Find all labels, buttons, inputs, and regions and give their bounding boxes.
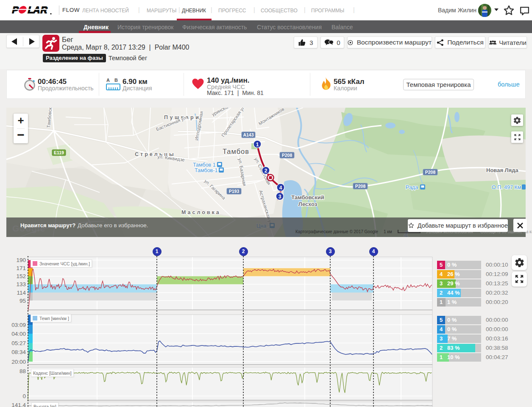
svg-text:Масловка: Масловка xyxy=(181,209,221,215)
svg-text:Тамбов 1: Тамбов 1 xyxy=(193,162,216,168)
svg-text:Тамбов-1: Тамбов-1 xyxy=(195,167,217,173)
svg-text:152: 152 xyxy=(16,273,26,279)
svg-text:133: 133 xyxy=(16,281,26,287)
svg-text:E119: E119 xyxy=(54,150,64,155)
svg-text:3: 3 xyxy=(279,194,281,200)
svg-text:190: 190 xyxy=(16,257,26,263)
svg-text:Тамбов: Тамбов xyxy=(223,148,249,155)
svg-text:03:09: 03:09 xyxy=(11,322,26,328)
svg-text:171: 171 xyxy=(16,265,26,271)
svg-text:114: 114 xyxy=(17,290,26,296)
svg-text:08:34: 08:34 xyxy=(11,349,26,355)
svg-text:P193: P193 xyxy=(229,189,240,194)
svg-text:Лесхоз: Лесхоз xyxy=(298,201,318,207)
svg-text:05:27: 05:27 xyxy=(11,340,26,346)
svg-text:P208: P208 xyxy=(425,170,436,175)
svg-text:141.4: 141.4 xyxy=(11,402,26,407)
svg-text:1: 1 xyxy=(256,142,259,148)
svg-text:4: 4 xyxy=(279,185,282,191)
svg-text:P208: P208 xyxy=(355,184,366,189)
svg-text:88: 88 xyxy=(19,368,26,374)
svg-text:04:00: 04:00 xyxy=(11,331,26,337)
svg-text:А143: А143 xyxy=(243,132,253,137)
svg-text:Рада: Рада xyxy=(406,184,418,190)
svg-text:2: 2 xyxy=(265,168,267,174)
svg-text:95: 95 xyxy=(19,298,26,304)
svg-text:20:00: 20:00 xyxy=(11,359,26,365)
svg-text:P208: P208 xyxy=(282,153,292,158)
svg-text:Новая Ляда: Новая Ляда xyxy=(486,167,519,173)
svg-text:0: 0 xyxy=(22,393,26,399)
svg-text:Тамбовский: Тамбовский xyxy=(291,194,324,201)
svg-text:О.П. 497 Км: О.П. 497 Км xyxy=(492,184,521,190)
